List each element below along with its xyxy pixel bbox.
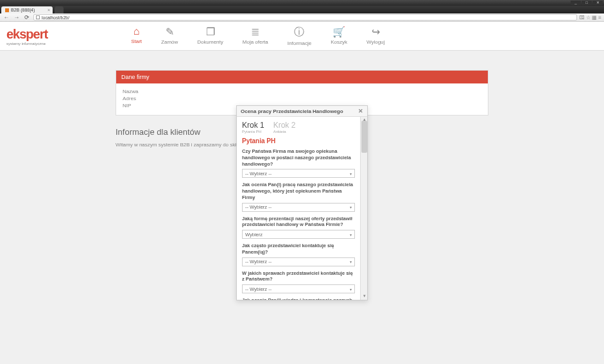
url-input[interactable]: localhost/b2b/ bbox=[33, 14, 577, 21]
step-subtitle: Ankieta bbox=[273, 130, 296, 134]
nav-icon: ❐ bbox=[197, 26, 223, 38]
chevron-down-icon: ▾ bbox=[350, 171, 352, 176]
nav-item-koszyk[interactable]: 🛒Koszyk bbox=[331, 26, 347, 46]
logo[interactable]: ekspert systemy informatyczne bbox=[6, 27, 47, 46]
minimize-button[interactable]: _ bbox=[571, 1, 581, 5]
nav-label: Koszyk bbox=[331, 39, 347, 45]
answer-select[interactable]: -- Wybierz --▾ bbox=[242, 203, 355, 212]
nav-label: Moja oferta bbox=[243, 39, 268, 45]
question-label: Jak ocenia Pan(i) wiedzę i kompetencje n… bbox=[242, 297, 355, 300]
answer-select[interactable]: -- Wybierz --▾ bbox=[242, 284, 355, 293]
new-tab-button[interactable] bbox=[55, 6, 64, 13]
favicon-icon bbox=[5, 8, 9, 12]
nav-items: ⌂Start✎Zamów❐Dokumenty≣Moja ofertaⓘInfor… bbox=[131, 26, 384, 46]
question-label: W jakich sprawach przedstawiciel kontakt… bbox=[242, 270, 355, 283]
menu-icon[interactable]: ≡ bbox=[598, 15, 601, 21]
logo-text: ekspert bbox=[6, 27, 47, 41]
question-label: Jak często przedstawiciel kontaktuje się… bbox=[242, 243, 355, 256]
nav-icon: ⓘ bbox=[288, 26, 311, 39]
step-subtitle: Pytania PH bbox=[242, 130, 264, 134]
dev-icon[interactable]: ▦ bbox=[592, 15, 597, 21]
company-row: Nazwa bbox=[123, 89, 481, 94]
modal-scrollbar[interactable]: ▴ ▾ bbox=[360, 117, 367, 300]
key-icon[interactable]: ⚿ bbox=[580, 15, 585, 21]
select-value: -- Wybierz -- bbox=[245, 259, 272, 264]
nav-icon: 🛒 bbox=[331, 26, 347, 38]
wizard-steps: Krok 1Pytania PHKrok 2Ankieta bbox=[242, 121, 355, 134]
maximize-button[interactable]: □ bbox=[582, 1, 592, 5]
select-value: -- Wybierz -- bbox=[245, 204, 272, 210]
nav-icon: ⌂ bbox=[131, 26, 142, 37]
field-label: Adres bbox=[123, 96, 148, 101]
field-label: NIP bbox=[123, 103, 148, 108]
back-button[interactable]: ← bbox=[3, 13, 10, 21]
forward-button[interactable]: → bbox=[13, 13, 21, 21]
modal-header: Ocena pracy Przedstawiciela Handlowego ✕ bbox=[237, 106, 367, 117]
nav-label: Zamów bbox=[161, 39, 178, 45]
survey-modal: Ocena pracy Przedstawiciela Handlowego ✕… bbox=[236, 105, 368, 300]
chevron-down-icon: ▾ bbox=[350, 287, 352, 291]
browser-tab[interactable]: B2B (888|4) × bbox=[1, 6, 53, 13]
nav-label: Start bbox=[131, 39, 142, 44]
company-row: Adres bbox=[123, 96, 481, 101]
answer-select[interactable]: -- Wybierz --▾ bbox=[242, 169, 355, 178]
nav-item-wyloguj[interactable]: ↪Wyloguj bbox=[367, 26, 384, 46]
top-navigation: ekspert systemy informatyczne ⌂Start✎Zam… bbox=[0, 22, 604, 51]
nav-item-informacje[interactable]: ⓘInformacje bbox=[288, 26, 311, 46]
nav-label: Informacje bbox=[288, 40, 311, 46]
close-tab-icon[interactable]: × bbox=[47, 8, 50, 12]
nav-label: Dokumenty bbox=[197, 39, 223, 45]
tab-title: B2B (888|4) bbox=[11, 8, 35, 12]
field-label: Nazwa bbox=[123, 89, 148, 94]
chevron-down-icon: ▾ bbox=[350, 232, 352, 237]
select-value: -- Wybierz -- bbox=[245, 171, 272, 177]
wizard-step[interactable]: Krok 2Ankieta bbox=[273, 121, 296, 134]
nav-item-start[interactable]: ⌂Start bbox=[131, 26, 142, 46]
nav-item-zamów[interactable]: ✎Zamów bbox=[161, 26, 178, 46]
chevron-down-icon: ▾ bbox=[350, 259, 352, 264]
answer-select[interactable]: Wybierz▾ bbox=[242, 230, 355, 239]
page-icon bbox=[36, 15, 40, 19]
nav-label: Wyloguj bbox=[367, 39, 384, 45]
form-title: Pytania PH bbox=[242, 137, 355, 144]
question-label: Jaką formę prezentacji naszej oferty prz… bbox=[242, 216, 355, 229]
select-value: -- Wybierz -- bbox=[245, 286, 272, 292]
select-value: Wybierz bbox=[245, 232, 263, 238]
nav-item-moja oferta[interactable]: ≣Moja oferta bbox=[243, 26, 268, 46]
nav-icon: ≣ bbox=[243, 26, 268, 38]
nav-item-dokumenty[interactable]: ❐Dokumenty bbox=[197, 26, 223, 46]
scroll-down-icon[interactable]: ▾ bbox=[361, 293, 368, 300]
nav-icon: ↪ bbox=[367, 26, 384, 38]
reload-button[interactable]: ⟳ bbox=[23, 13, 31, 21]
browser-addressbar: ← → ⟳ localhost/b2b/ ⚿ ☆ ▦ ≡ bbox=[0, 13, 604, 22]
question-label: Czy Państwa Firma ma swojego opiekuna ha… bbox=[242, 148, 355, 167]
close-window-button[interactable]: ✕ bbox=[592, 1, 603, 5]
star-icon[interactable]: ☆ bbox=[586, 15, 591, 21]
modal-close-button[interactable]: ✕ bbox=[358, 108, 363, 114]
wizard-step[interactable]: Krok 1Pytania PH bbox=[242, 121, 264, 134]
window-titlebar: _ □ ✕ bbox=[0, 0, 604, 6]
browser-tabstrip: B2B (888|4) × bbox=[0, 6, 604, 13]
addressbar-right-icons: ⚿ ☆ ▦ ≡ bbox=[580, 15, 601, 21]
logo-subtitle: systemy informatyczne bbox=[6, 42, 47, 46]
page-viewport: ekspert systemy informatyczne ⌂Start✎Zam… bbox=[0, 22, 604, 364]
answer-select[interactable]: -- Wybierz --▾ bbox=[242, 257, 355, 266]
chevron-down-icon: ▾ bbox=[350, 205, 352, 209]
modal-title: Ocena pracy Przedstawiciela Handlowego bbox=[241, 108, 343, 114]
panel-title: Dane firmy bbox=[116, 71, 488, 83]
url-text: localhost/b2b/ bbox=[42, 15, 69, 20]
question-label: Jak ocenia Pan(i) pracę naszego przedsta… bbox=[242, 182, 355, 200]
nav-icon: ✎ bbox=[161, 26, 178, 38]
scrollbar-thumb[interactable] bbox=[361, 121, 367, 153]
